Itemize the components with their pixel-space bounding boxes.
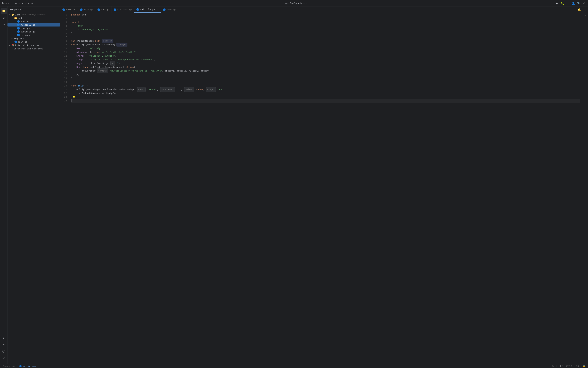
version-control-chevron-icon: ▾ — [35, 2, 37, 4]
bulb-icon[interactable]: 💡 — [72, 95, 75, 99]
code-line-17: }, — [71, 73, 580, 76]
line-num-5: 5 — [62, 28, 67, 32]
project-header-chevron-icon: ▾ — [19, 8, 21, 11]
tab-subtract-go[interactable]: 🔵 subtract.go — [111, 7, 134, 13]
tree-item-add-go[interactable]: 🔵 add.go — [8, 20, 60, 23]
add-configuration-button[interactable]: Add Configuration... ▾ — [284, 1, 308, 5]
status-lock-icon[interactable]: 🔒 — [582, 365, 586, 367]
tab-zero-go[interactable]: 🔵 zero.go — [78, 7, 95, 13]
line-num-6: 6 — [62, 32, 67, 35]
tree-name-cmd: cmd — [18, 17, 22, 19]
sidebar-icon-folder[interactable]: 📁 — [1, 8, 7, 14]
right-sidebar: ✓ ≡ — [583, 7, 588, 364]
search-icon[interactable]: 🔍 — [577, 1, 580, 5]
tab-main-go[interactable]: 🔵 main.go — [60, 7, 78, 13]
breadcrumb-sep-2: › — [17, 365, 18, 367]
tab-label-add: add.go — [101, 8, 109, 11]
tab-root-go[interactable]: 🔵 root.go — [161, 7, 178, 13]
main-area: 📁 ⊞ ··· ▶ ▭ ⓘ ⎇ Project ▾ — [0, 7, 588, 364]
status-position[interactable]: 24:1 — [551, 365, 558, 367]
git-icon: ⎇ — [2, 357, 5, 360]
tab-icon-multiply: 🔵 — [136, 8, 139, 11]
code-line-20: func init () { — [71, 84, 580, 88]
tab-bar-actions: ⋮ 🔔 — [572, 7, 583, 12]
tab-icon-zero: 🔵 — [80, 8, 83, 11]
code-line-18: } — [71, 76, 580, 80]
tab-label-main: main.go — [66, 8, 76, 11]
code-line-15: Run : func (cmd *cobra.Command, args [] … — [71, 65, 580, 69]
tree-item-cmd[interactable]: ▾ 📂 cmd — [8, 16, 60, 20]
notifications-icon[interactable]: 🔔 — [577, 7, 581, 12]
breadcrumb-file[interactable]: 🔵 multiply.go — [19, 365, 37, 367]
tab-multiply-go[interactable]: 🔵 multiply.go ✕ — [134, 7, 161, 13]
sidebar-icon-run[interactable]: ▶ — [1, 335, 7, 341]
project-selector[interactable]: Zero ▾ — [2, 2, 9, 4]
tree-item-multiply-go[interactable]: 🔵 multiply.go — [8, 23, 60, 27]
file-tree-header: Project ▾ — [8, 7, 60, 13]
kw-import: import — [71, 20, 79, 24]
line-num-7: 7 — [62, 35, 67, 39]
tree-item-go-mod[interactable]: ▶ ≡ go.mod — [8, 37, 60, 40]
tree-chevron-ext: ▶ — [9, 44, 11, 46]
problems-icon: ⓘ — [2, 350, 5, 353]
tab-add-go[interactable]: 🔵 add.go — [95, 7, 111, 13]
go-file-icon-subtract: 🔵 — [17, 30, 20, 33]
line-num-3: 3 — [62, 20, 67, 24]
status-indent[interactable]: Tab — [575, 365, 580, 367]
tree-item-external-libraries[interactable]: ▶ 📚 External Libraries — [8, 44, 60, 47]
tree-root-zero[interactable]: ▾ 📂 Zero ~/GolandProjects/Zero — [8, 13, 60, 16]
tree-name-zero: Zero — [15, 13, 20, 16]
tab-close-multiply[interactable]: ✕ — [156, 8, 159, 11]
param-hint-value: value: — [184, 87, 194, 92]
sidebar-icon-git[interactable]: ⎇ — [1, 355, 7, 361]
run-sidebar-icon: ▶ — [3, 336, 5, 340]
sidebar-icon-terminal[interactable]: ▭ — [1, 341, 7, 348]
line-num-16: 16 — [62, 69, 67, 73]
debug-icon[interactable]: 🐛 — [561, 1, 564, 5]
tab-settings-icon[interactable]: ⋮ — [572, 7, 576, 12]
tree-item-scratches[interactable]: ≡ Scratches and Consoles — [8, 47, 60, 50]
breadcrumb-cmd[interactable]: cmd — [11, 365, 16, 367]
editor-content[interactable]: 1 2 3 4 5 6 7 8 9 10 11 12 13 14 15 16 1 — [60, 13, 583, 364]
version-control-selector[interactable]: Version control ▾ — [15, 2, 37, 4]
code-line-14: Args : cobra.ExactArgs( n: 2 ), — [71, 62, 580, 65]
settings-icon[interactable]: ⚙ — [583, 1, 586, 5]
tree-item-zero-go[interactable]: 🔵 zero.go — [8, 33, 60, 37]
sidebar-icon-problems[interactable]: ⓘ — [1, 348, 7, 354]
sidebar-icon-more[interactable]: ··· — [1, 21, 7, 28]
code-line-5: "github.com/spf13/cobra" — [71, 28, 580, 32]
code-line-19 — [71, 80, 580, 84]
version-control-label: Version control — [15, 2, 35, 4]
sidebar-icons: 📁 ⊞ ··· ▶ ▭ ⓘ ⎇ — [0, 7, 8, 364]
code-line-2 — [71, 17, 580, 20]
run-icon[interactable]: ▶ — [555, 1, 559, 5]
status-line-ending[interactable]: LF — [559, 365, 563, 367]
breadcrumb-project[interactable]: Zero — [2, 365, 8, 367]
status-encoding[interactable]: UTF-8 — [565, 365, 573, 367]
tree-item-subtract-go[interactable]: 🔵 subtract.go — [8, 30, 60, 33]
titlebar-right: ▶ 🐛 ⋮ 👤 🔍 ⚙ — [555, 1, 586, 5]
line-num-13: 13 — [62, 58, 67, 62]
more-options-icon[interactable]: ⋮ — [566, 1, 570, 5]
file-tree-panel: Project ▾ ▾ 📂 Zero ~/GolandProjects/Zero… — [8, 7, 60, 364]
profile-icon[interactable]: 👤 — [572, 1, 575, 5]
add-config-chevron-icon: ▾ — [306, 2, 307, 4]
titlebar-divider: | — [11, 2, 13, 4]
titlebar-center: Add Configuration... ▾ — [39, 1, 553, 5]
sidebar-icon-modules[interactable]: ⊞ — [1, 15, 7, 21]
right-sidebar-list-icon[interactable]: ≡ — [584, 13, 587, 17]
tree-item-root-go[interactable]: 🔵 root.go — [8, 27, 60, 30]
terminal-icon: ▭ — [3, 343, 4, 346]
tree-item-main-go[interactable]: 🔵 main.go — [8, 40, 60, 44]
tree-name-multiply-go: multiply.go — [20, 24, 35, 26]
line-num-8: 8 — [62, 39, 67, 43]
tree-path-zero: ~/GolandProjects/Zero — [22, 14, 45, 16]
check-icon[interactable]: ✓ — [584, 8, 587, 12]
line-num-10: 10 — [62, 46, 67, 50]
scratches-icon: ≡ — [11, 47, 13, 50]
code-line-24 — [71, 99, 580, 103]
tab-icon-subtract: 🔵 — [114, 8, 116, 11]
code-line-8: var shouldRoundUp bool 2 usages — [71, 39, 580, 43]
tree-chevron-zero: ▾ — [9, 14, 11, 16]
folder-cmd-icon: 📂 — [14, 17, 17, 19]
